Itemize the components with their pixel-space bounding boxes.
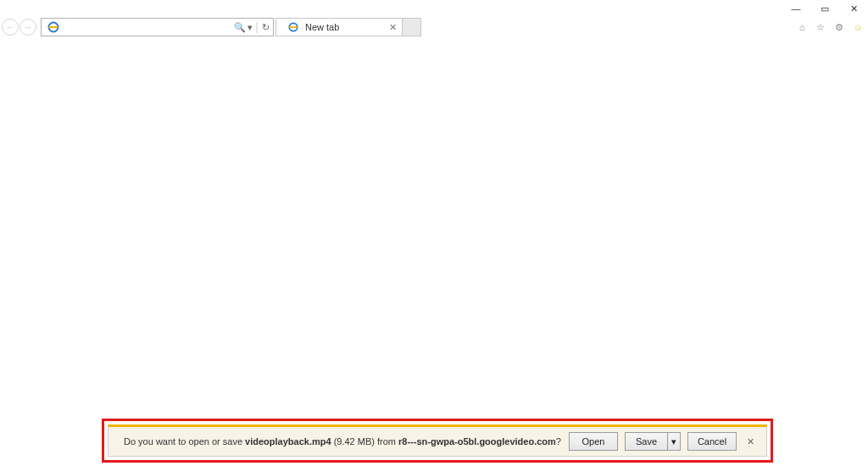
save-button[interactable]: Save xyxy=(625,432,667,451)
maximize-button[interactable]: ▭ xyxy=(810,0,839,17)
new-tab-button[interactable] xyxy=(403,18,421,36)
ie-favicon-icon xyxy=(47,20,60,34)
open-button[interactable]: Open xyxy=(569,432,618,451)
tab-title: New tab xyxy=(305,22,384,32)
close-icon: ✕ xyxy=(747,436,754,447)
back-button[interactable]: ← xyxy=(2,19,19,36)
download-filename: videoplayback.mp4 xyxy=(245,436,331,447)
tab-close-button[interactable]: ✕ xyxy=(389,22,397,33)
search-dropdown-icon[interactable]: ▾ xyxy=(248,22,253,33)
arrow-left-icon: ← xyxy=(6,22,15,32)
download-message: Do you want to open or save videoplaybac… xyxy=(124,436,562,447)
download-notification-bar: Do you want to open or save videoplaybac… xyxy=(108,424,767,457)
forward-button[interactable]: → xyxy=(19,19,36,36)
ie-favicon-icon xyxy=(287,20,300,34)
minimize-button[interactable]: — xyxy=(782,0,810,17)
feedback-icon[interactable]: ☺ xyxy=(851,20,865,34)
download-host: r8---sn-gwpa-o5bl.googlevideo.com xyxy=(398,436,556,447)
save-split-button: Save ▾ xyxy=(625,432,681,451)
save-dropdown-button[interactable]: ▾ xyxy=(667,432,681,451)
close-icon: ✕ xyxy=(850,3,858,14)
cancel-button[interactable]: Cancel xyxy=(687,432,737,451)
address-input[interactable] xyxy=(60,22,234,32)
notification-close-button[interactable]: ✕ xyxy=(743,436,758,447)
chevron-down-icon: ▾ xyxy=(671,436,676,447)
tools-icon[interactable]: ⚙ xyxy=(832,20,846,34)
maximize-icon: ▭ xyxy=(821,3,829,14)
annotation-highlight: Do you want to open or save videoplaybac… xyxy=(102,419,773,463)
home-icon[interactable]: ⌂ xyxy=(795,20,809,34)
separator: │ xyxy=(254,22,260,32)
search-icon[interactable]: 🔍 xyxy=(234,22,246,33)
close-window-button[interactable]: ✕ xyxy=(839,0,868,17)
minimize-icon: — xyxy=(792,3,801,14)
arrow-right-icon: → xyxy=(24,22,33,32)
address-bar[interactable]: 🔍 ▾ │ ↻ xyxy=(41,18,274,36)
favorites-icon[interactable]: ☆ xyxy=(814,20,827,34)
refresh-icon[interactable]: ↻ xyxy=(262,22,270,33)
tab-new[interactable]: New tab ✕ xyxy=(275,18,403,36)
